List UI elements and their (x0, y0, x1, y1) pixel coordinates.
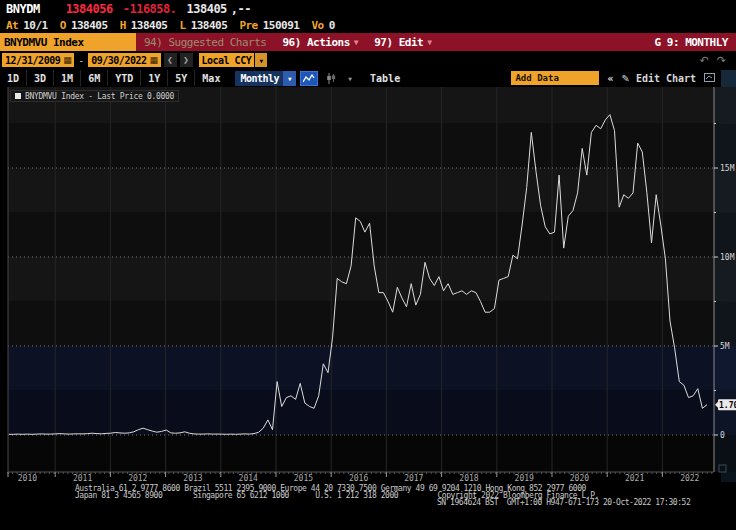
edit-label: 97) Edit (374, 36, 423, 49)
command-bar: 94) Suggested Charts 96) Actions ▼ 97) E… (0, 33, 736, 51)
chart-canvas[interactable]: 2010201120122013201420152016201720182019… (0, 87, 736, 485)
ticker-symbol: BNYDM (6, 2, 40, 16)
end-date-value: 09/30/2022 (91, 55, 146, 66)
date-range-bar: 12/31/2009 ▦ - 09/30/2022 ▦ ❮ ❯ Local CC… (0, 51, 736, 69)
svg-text:2014: 2014 (239, 474, 258, 483)
high-value: 138405 (131, 19, 168, 32)
svg-text:10M: 10M (720, 253, 735, 262)
suggested-charts-label: 94) Suggested Charts (144, 36, 266, 49)
legend-label: BNYDMVU Index - Last Price 0.0000 (25, 92, 174, 101)
period-select[interactable]: Monthly ▼ (235, 71, 296, 86)
mini-chart-icon[interactable] (704, 73, 715, 84)
actions-menu-button[interactable]: 96) Actions ▼ (274, 33, 366, 51)
collapse-panel-button[interactable]: « (607, 73, 613, 84)
range-ytd[interactable]: YTD (108, 70, 141, 86)
suggested-charts-button[interactable]: 94) Suggested Charts (136, 33, 274, 51)
svg-text:2020: 2020 (570, 474, 589, 483)
low-label: L (180, 19, 186, 32)
quote-header-row: BNYDM 1384056 -116858. 138405 ,-- (0, 0, 736, 17)
edit-chart-button[interactable]: ✎ Edit Chart (621, 73, 696, 84)
prev-value: 150091 (263, 19, 300, 32)
start-date-field[interactable]: 12/31/2009 ▦ (2, 53, 74, 67)
svg-text:2017: 2017 (404, 474, 423, 483)
svg-text:2011: 2011 (73, 474, 92, 483)
svg-text:2022: 2022 (680, 474, 699, 483)
chevron-down-icon: ▼ (354, 38, 358, 47)
table-button[interactable]: Table (370, 73, 400, 84)
pencil-icon: ✎ (621, 73, 629, 84)
open-label: O (60, 19, 66, 32)
price-chart[interactable]: 2010201120122013201420152016201720182019… (0, 87, 736, 485)
last-price: 1384056 (66, 2, 113, 16)
edit-chart-label: Edit Chart (636, 73, 696, 84)
range-1y[interactable]: 1Y (141, 70, 168, 86)
range-max[interactable]: Max (195, 70, 227, 86)
svg-text:5M: 5M (720, 342, 730, 351)
svg-text:0: 0 (720, 431, 725, 440)
chevron-down-icon: ▼ (427, 38, 431, 47)
start-date-value: 12/31/2009 (5, 55, 60, 66)
svg-text:1.702M: 1.702M (719, 401, 736, 410)
last-trade: 138405 (187, 2, 227, 16)
series-marker-icon (15, 93, 21, 99)
at-value: 10/1 (23, 19, 48, 32)
security-input[interactable] (0, 33, 136, 51)
chevron-right-icon[interactable]: ❯ (180, 53, 193, 67)
chevron-down-icon[interactable]: ▼ (255, 53, 267, 67)
at-label: At (6, 19, 18, 32)
candlestick-icon[interactable] (322, 71, 340, 86)
low-value: 138405 (191, 19, 228, 32)
chart-legend: BNYDMVU Index - Last Price 0.0000 (10, 90, 179, 102)
undo-icon[interactable]: ↶ (700, 54, 709, 67)
range-1m[interactable]: 1M (54, 70, 81, 86)
prev-label: Pre (239, 19, 257, 32)
range-1d[interactable]: 1D (0, 70, 27, 86)
open-value: 138405 (71, 19, 108, 32)
svg-text:2019: 2019 (515, 474, 534, 483)
high-label: H (120, 19, 126, 32)
calendar-icon[interactable]: ▦ (149, 55, 157, 65)
range-5y[interactable]: 5Y (168, 70, 195, 86)
chevron-left-icon[interactable]: ❮ (164, 53, 177, 67)
ohlc-row: At 10/1 O 138405 H 138405 L 138405 Pre 1… (0, 17, 736, 33)
period-value: Monthly (240, 73, 279, 84)
chart-type-dropdown-icon[interactable]: ▼ (344, 71, 356, 86)
svg-text:2016: 2016 (349, 474, 368, 483)
end-date-field[interactable]: 09/30/2022 ▦ (88, 53, 160, 67)
page-indicator: G 9: MONTHLY (655, 33, 736, 51)
svg-text:2012: 2012 (128, 474, 147, 483)
volume-value: 0 (329, 19, 335, 32)
redo-icon[interactable]: ↷ (717, 54, 726, 67)
currency-value: Local CCY (202, 55, 252, 66)
svg-text:2010: 2010 (18, 474, 37, 483)
line-chart-icon[interactable] (300, 71, 318, 86)
svg-text:2013: 2013 (183, 474, 202, 483)
currency-select[interactable]: Local CCY (199, 53, 255, 67)
history-controls: ↶ ↷ (700, 54, 736, 67)
svg-text:2018: 2018 (459, 474, 478, 483)
footer-session-info: SN 1964624 BST GMT+1:00 H947-671-173 20-… (437, 498, 690, 507)
volume-label: Vo (312, 19, 324, 32)
chevron-down-icon: ▼ (283, 71, 296, 86)
svg-text:2021: 2021 (625, 474, 644, 483)
range-3d[interactable]: 3D (27, 70, 54, 86)
date-separator: - (78, 55, 84, 66)
actions-label: 96) Actions (282, 36, 349, 49)
edit-menu-button[interactable]: 97) Edit ▼ (366, 33, 439, 51)
svg-text:2015: 2015 (294, 474, 313, 483)
price-change: -116858. (123, 2, 177, 16)
range-6m[interactable]: 6M (81, 70, 108, 86)
chart-toolbar: 1D 3D 1M 6M YTD 1Y 5Y Max Monthly ▼ ▼ Ta… (0, 69, 736, 87)
bid-ask-placeholder: ,-- (231, 2, 251, 16)
svg-text:15M: 15M (720, 164, 735, 173)
add-data-input[interactable] (511, 71, 599, 85)
calendar-icon[interactable]: ▦ (63, 55, 71, 65)
